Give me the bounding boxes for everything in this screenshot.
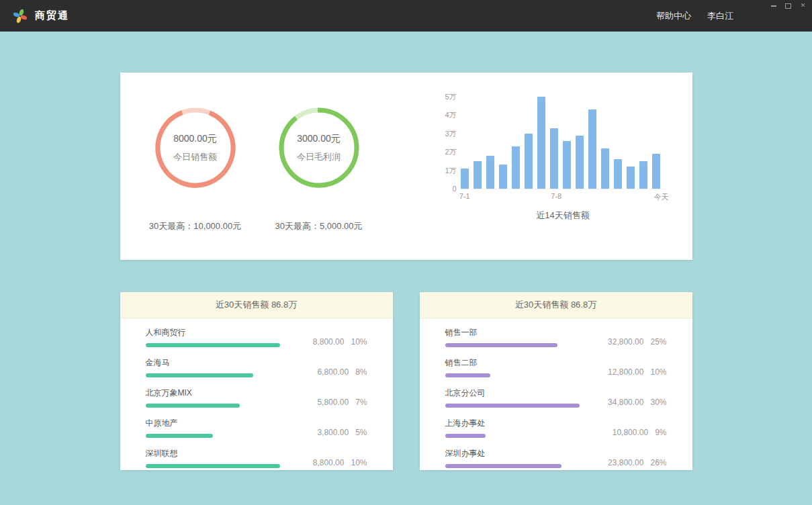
item-percent: 5%: [355, 428, 367, 437]
overview-card: 8000.00元 今日销售额 30天最高：10,000.00元 3000.00元…: [120, 73, 692, 260]
today-profit-value: 3000.00元: [297, 133, 341, 145]
item-amount-value: 34,800.00: [608, 398, 643, 407]
item-amount: 8,800.0010%: [313, 337, 367, 347]
department-sales-card: 近30天销售额 86.8万 销售一部32,800.0025%销售二部12,800…: [420, 292, 692, 470]
item-percent: 7%: [355, 398, 367, 407]
bar-chart-bars: [461, 97, 666, 189]
item-name: 北京万象MIX: [146, 387, 310, 399]
today-sales-donut-ring: 8000.00元 今日销售额: [154, 106, 237, 189]
sales-bar: [614, 159, 622, 189]
today-profit-donut-ring: 3000.00元 今日毛利润: [277, 106, 361, 189]
current-user-link[interactable]: 李白江: [707, 10, 733, 22]
item-percent: 10%: [351, 458, 367, 467]
item-percent: 9%: [655, 428, 666, 437]
item-amount-value: 12,800.00: [608, 367, 643, 377]
sales-bar: [473, 161, 482, 189]
item-progress-bar: [146, 464, 280, 468]
sales-bar: [499, 165, 507, 189]
today-profit-donut: 3000.00元 今日毛利润 30天最高：5,000.00元: [259, 106, 379, 260]
bar-chart-caption: 近14天销售额: [461, 210, 666, 222]
sales-14d-bar-chart: 5万4万3万2万1万0 7-1 7-8 今天 近14天销售额: [437, 73, 666, 260]
app-logo-icon: [12, 8, 28, 24]
window-controls: [768, 1, 808, 10]
sales-bar: [486, 156, 494, 189]
maximize-icon[interactable]: [783, 1, 793, 10]
item-amount-value: 32,800.00: [608, 337, 643, 347]
list-item: 北京分公司34,800.0030%: [445, 387, 667, 408]
item-amount: 8,800.0010%: [313, 458, 367, 468]
item-name: 上海办事处: [445, 418, 604, 429]
today-sales-label: 今日销售额: [173, 151, 217, 163]
item-progress-bar: [445, 343, 557, 347]
item-name: 北京分公司: [445, 387, 600, 399]
item-amount-value: 23,800.00: [608, 458, 643, 467]
department-sales-card-title: 近30天销售额 86.8万: [420, 292, 692, 318]
item-amount: 34,800.0030%: [608, 398, 666, 408]
list-item: 销售一部32,800.0025%: [445, 327, 667, 347]
customer-sales-list: 人和商贸行8,800.0010%金海马6,800.008%北京万象MIX5,80…: [120, 318, 393, 468]
item-percent: 30%: [650, 398, 666, 407]
item-amount-value: 8,800.00: [313, 458, 345, 467]
list-item: 深圳联想8,800.0010%: [146, 448, 367, 468]
item-progress-bar: [445, 404, 580, 408]
sales-bar: [512, 146, 520, 189]
item-amount-value: 5,800.00: [317, 398, 349, 407]
today-sales-value: 8000.00元: [173, 133, 217, 145]
y-axis-tick: 5万: [437, 93, 457, 101]
titlebar: 商贸通 帮助中心 李白江: [0, 0, 812, 32]
today-sales-30d-max: 30天最高：10,000.00元: [135, 220, 256, 232]
item-amount-value: 6,800.00: [317, 367, 349, 377]
list-item: 销售二部12,800.0010%: [445, 357, 667, 377]
bar-chart-plot-area: 5万4万3万2万1万0 7-1 7-8 今天: [437, 95, 666, 189]
close-icon[interactable]: [798, 1, 808, 10]
item-percent: 10%: [351, 337, 367, 347]
item-progress-bar: [146, 404, 240, 408]
item-amount: 23,800.0026%: [608, 458, 666, 468]
item-progress-bar: [445, 464, 561, 468]
item-name: 深圳联想: [146, 448, 305, 459]
sales-bar: [550, 128, 558, 189]
sales-bar: [525, 134, 533, 189]
y-axis-tick: 1万: [437, 167, 457, 175]
y-axis-tick: 3万: [437, 130, 457, 138]
item-name: 金海马: [146, 357, 310, 369]
item-name: 中原地产: [146, 418, 310, 429]
item-amount: 5,800.007%: [317, 398, 367, 408]
sales-bar: [563, 141, 571, 189]
y-axis-tick: 4万: [437, 111, 457, 119]
item-amount: 10,800.009%: [613, 428, 667, 438]
item-percent: 26%: [650, 458, 666, 467]
item-progress-bar: [146, 434, 213, 438]
y-axis-tick: 2万: [437, 148, 457, 156]
item-name: 人和商贸行: [146, 327, 305, 338]
item-progress-bar: [445, 373, 490, 377]
sales-bar: [461, 169, 469, 189]
department-sales-list: 销售一部32,800.0025%销售二部12,800.0010%北京分公司34,…: [420, 318, 692, 468]
help-center-link[interactable]: 帮助中心: [656, 10, 691, 22]
item-progress-bar: [146, 373, 253, 377]
customer-sales-card: 近30天销售额 86.8万 人和商贸行8,800.0010%金海马6,800.0…: [120, 292, 393, 470]
today-sales-donut-center: 8000.00元 今日销售额: [154, 106, 237, 189]
item-percent: 25%: [650, 337, 666, 347]
item-amount: 3,800.005%: [317, 428, 367, 438]
sales-bar: [537, 97, 545, 189]
app-title: 商贸通: [35, 9, 69, 22]
today-profit-donut-center: 3000.00元 今日毛利润: [277, 106, 361, 189]
item-percent: 8%: [355, 367, 367, 377]
item-amount: 6,800.008%: [317, 367, 367, 377]
titlebar-nav: 帮助中心 李白江: [656, 10, 812, 22]
sales-bar: [588, 109, 596, 189]
today-profit-30d-max: 30天最高：5,000.00元: [259, 220, 379, 232]
sales-bar: [652, 154, 660, 189]
item-progress-bar: [146, 343, 280, 347]
bar-chart-y-axis: 5万4万3万2万1万0: [437, 95, 457, 189]
sales-bar: [639, 161, 647, 189]
list-item: 中原地产3,800.005%: [146, 418, 367, 438]
list-item: 北京万象MIX5,800.007%: [146, 387, 367, 408]
list-item: 金海马6,800.008%: [146, 357, 367, 377]
item-amount-value: 10,800.00: [613, 428, 648, 437]
x-axis-tick: 7-1: [459, 192, 470, 200]
minimize-icon[interactable]: [768, 1, 778, 10]
item-progress-bar: [445, 434, 486, 438]
x-axis-tick: 今天: [653, 192, 668, 202]
